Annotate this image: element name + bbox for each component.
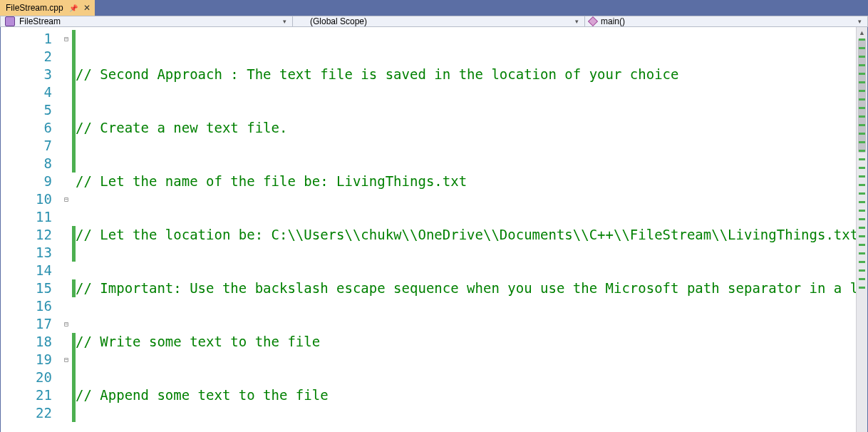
fold-toggle [61, 155, 72, 173]
line-number: 6 [11, 119, 52, 137]
fold-toggle [61, 386, 72, 404]
fold-toggle [61, 119, 72, 137]
scroll-up-button[interactable]: ▲ [857, 27, 867, 38]
chevron-down-icon: ▾ [283, 18, 288, 25]
line-number: 22 [11, 404, 52, 422]
pin-icon[interactable]: 📌 [69, 4, 78, 12]
fold-toggle [61, 48, 72, 66]
fold-toggle [61, 244, 72, 262]
line-number: 18 [11, 333, 52, 351]
line-number: 10 [11, 190, 52, 208]
line-number: 21 [11, 386, 52, 404]
navigation-bar: FileStream ▾ (Global Scope) ▾ main() ▾ [0, 16, 868, 27]
code-line: // Let the name of the file be: LivingTh… [76, 173, 467, 189]
outlining-margin[interactable]: ⊟⊟⊟⊟ [61, 27, 72, 432]
chevron-down-icon: ▾ [858, 18, 863, 25]
fold-toggle [61, 137, 72, 155]
line-number: 4 [11, 83, 52, 101]
line-number: 15 [11, 279, 52, 297]
fold-toggle [61, 333, 72, 351]
line-number: 1 [11, 30, 52, 48]
line-number-gutter: 12345678910111213141516171819202122 [11, 27, 61, 432]
code-line: // Append some text to the file [76, 387, 329, 403]
project-label: FileStream [19, 16, 61, 26]
editor-main: 12345678910111213141516171819202122 ⊟⊟⊟⊟… [0, 27, 868, 432]
code-line: // Write some text to the file [76, 334, 320, 349]
fold-toggle[interactable]: ⊟ [61, 315, 72, 333]
code-line: // Second Approach : The text file is sa… [76, 66, 678, 82]
line-number: 19 [11, 351, 52, 369]
close-icon[interactable]: ✕ [83, 3, 91, 13]
fold-toggle [61, 226, 72, 244]
code-editor[interactable]: // Second Approach : The text file is sa… [76, 27, 856, 432]
line-number: 8 [11, 155, 52, 173]
fold-toggle [61, 279, 72, 297]
fold-toggle [61, 101, 72, 119]
code-line: // Create a new text file. [76, 120, 287, 135]
code-line: // Important: Use the backslash escape s… [76, 280, 856, 296]
line-number: 20 [11, 369, 52, 386]
chevron-down-icon: ▾ [575, 18, 580, 25]
tab-strip: FileStream.cpp 📌 ✕ [0, 0, 868, 16]
fold-toggle [61, 404, 72, 422]
line-number: 11 [11, 208, 52, 226]
code-line: // Let the location be: C:\\Users\\chukw… [76, 227, 856, 242]
scope-dropdown[interactable]: (Global Scope) ▾ [293, 16, 585, 26]
line-number: 7 [11, 137, 52, 155]
fold-toggle[interactable]: ⊟ [61, 351, 72, 369]
line-number: 17 [11, 315, 52, 333]
fold-toggle [61, 208, 72, 226]
tab-filename: FileStream.cpp [6, 3, 63, 13]
line-number: 9 [11, 173, 52, 190]
line-number: 14 [11, 262, 52, 279]
line-number: 12 [11, 226, 52, 244]
fold-toggle [61, 83, 72, 101]
editor-window: FileStream.cpp 📌 ✕ FileStream ▾ (Global … [0, 0, 868, 432]
member-dropdown[interactable]: main() ▾ [585, 16, 868, 26]
scope-label: (Global Scope) [297, 16, 367, 26]
line-number: 3 [11, 66, 52, 83]
line-number: 16 [11, 297, 52, 315]
function-icon [588, 16, 598, 26]
fold-toggle[interactable]: ⊟ [61, 190, 72, 208]
member-label: main() [601, 16, 625, 26]
indicator-margin [1, 27, 11, 432]
vertical-scrollbar[interactable]: ▲ ▼ [856, 27, 867, 432]
fold-toggle [61, 369, 72, 386]
fold-toggle [61, 173, 72, 190]
fold-toggle [61, 297, 72, 315]
fold-toggle [61, 262, 72, 279]
line-number: 2 [11, 48, 52, 66]
line-number: 13 [11, 244, 52, 262]
fold-toggle [61, 66, 72, 83]
project-dropdown[interactable]: FileStream ▾ [1, 16, 293, 26]
fold-toggle[interactable]: ⊟ [61, 30, 72, 48]
project-icon [5, 16, 15, 26]
line-number: 5 [11, 101, 52, 119]
active-file-tab[interactable]: FileStream.cpp 📌 ✕ [0, 0, 95, 16]
